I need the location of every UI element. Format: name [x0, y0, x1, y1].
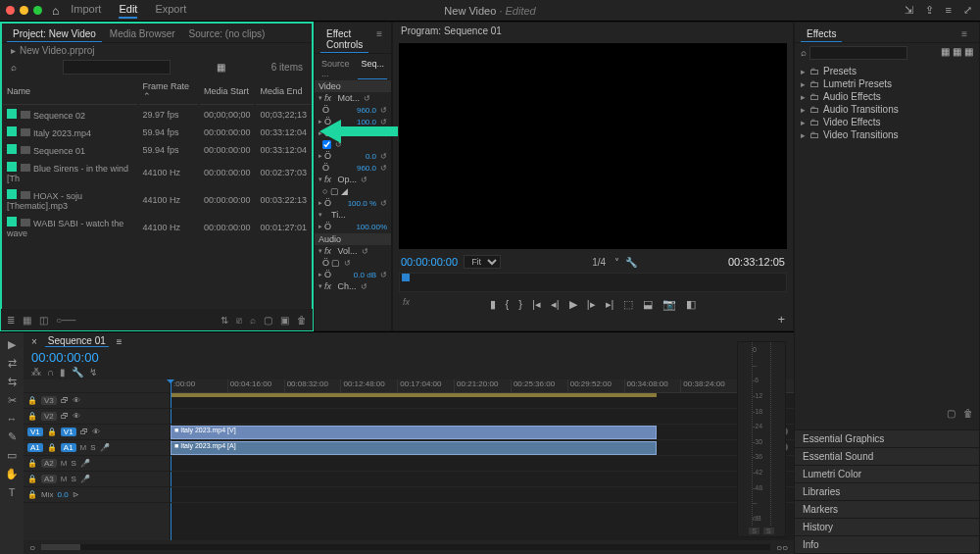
- track-a3[interactable]: A3: [41, 475, 57, 483]
- go-out-icon[interactable]: ▸|: [606, 298, 614, 311]
- icon-view-icon[interactable]: ▦: [23, 315, 31, 326]
- clip-video[interactable]: ■ Italy 2023.mp4 [V]: [171, 426, 657, 439]
- solo-l[interactable]: S: [749, 528, 760, 534]
- timeline-zoom-scroll[interactable]: [41, 544, 770, 550]
- snap-icon[interactable]: ⁂: [31, 367, 41, 378]
- ec-scale[interactable]: 100.0: [357, 129, 376, 138]
- timeline-ruler[interactable]: :00:0000:04:16:0000:08:32:0000:12:48:000…: [171, 379, 794, 393]
- new-bin-icon[interactable]: ▦: [217, 62, 225, 73]
- mark-out-icon[interactable]: }: [518, 298, 522, 311]
- minimize-icon[interactable]: [20, 6, 28, 15]
- sort-icon[interactable]: ⇅: [220, 315, 228, 326]
- new-bin-icon[interactable]: ▢: [947, 408, 956, 422]
- maximize-icon[interactable]: [33, 6, 42, 15]
- freeform-view-icon[interactable]: ◫: [39, 315, 48, 326]
- asset-row[interactable]: Blue Sirens - in the wind [Th44100 Hz00:…: [3, 160, 311, 185]
- nav-import[interactable]: Import: [71, 3, 101, 19]
- col-media-start[interactable]: Media Start: [200, 78, 255, 105]
- nav-edit[interactable]: Edit: [119, 3, 137, 19]
- track-v2[interactable]: V2: [41, 412, 57, 421]
- tab-effect-controls[interactable]: Effect Controls: [320, 26, 368, 53]
- col-framerate[interactable]: Frame Rate ⌃: [139, 78, 198, 105]
- collapsed-panel[interactable]: Libraries: [795, 482, 979, 500]
- collapsed-panel[interactable]: Markers: [795, 500, 979, 518]
- collapsed-panel[interactable]: Essential Graphics: [795, 429, 979, 447]
- step-fwd-icon[interactable]: |▸: [587, 298, 596, 311]
- extract-icon[interactable]: ⬓: [643, 298, 653, 311]
- nav-export[interactable]: Export: [155, 3, 186, 19]
- ec-anchor-x[interactable]: 960.0: [357, 164, 376, 173]
- ec-rot[interactable]: 0.0: [366, 152, 376, 161]
- lift-icon[interactable]: ⬚: [623, 298, 633, 311]
- track-a2[interactable]: A2: [41, 459, 57, 468]
- quick-export-icon[interactable]: ⇲: [905, 4, 913, 17]
- slip-tool-icon[interactable]: ↔: [7, 413, 18, 425]
- ec-seq-tab[interactable]: Seq...: [358, 58, 387, 79]
- tab-menu-icon[interactable]: ≡: [117, 336, 122, 347]
- find-icon[interactable]: ⌕: [250, 315, 256, 326]
- collapsed-panel[interactable]: Lumetri Color: [795, 465, 979, 482]
- collapsed-panel[interactable]: Info: [795, 535, 979, 553]
- button-editor-plus-icon[interactable]: +: [777, 312, 785, 327]
- track-a1[interactable]: A1: [61, 443, 76, 452]
- clip-audio[interactable]: ■ Italy 2023.mp4 [A]: [171, 441, 657, 455]
- share-icon[interactable]: ⇪: [925, 4, 934, 17]
- track-select-tool-icon[interactable]: ⇄: [8, 357, 17, 370]
- src-v1[interactable]: V1: [27, 428, 43, 436]
- hand-tool-icon[interactable]: ✋: [5, 468, 19, 480]
- mark-in-icon[interactable]: {: [506, 298, 510, 311]
- linked-sel-icon[interactable]: ∩: [47, 367, 54, 378]
- trash-icon[interactable]: 🗑: [963, 408, 973, 422]
- col-media-end[interactable]: Media End: [256, 78, 311, 105]
- project-search-input[interactable]: [63, 60, 171, 75]
- tab-source[interactable]: Source: (no clips): [183, 26, 271, 42]
- workspace-icon[interactable]: ≡: [946, 4, 952, 17]
- panel-menu-icon[interactable]: ≡: [370, 26, 388, 53]
- track-mix[interactable]: Mix: [41, 490, 53, 499]
- step-back-icon[interactable]: ◂|: [551, 298, 560, 311]
- go-in-icon[interactable]: |◂: [532, 298, 541, 311]
- razor-tool-icon[interactable]: ✂: [8, 394, 17, 407]
- asset-row[interactable]: WABI SABI - watch the wave44100 Hz00:00:…: [3, 215, 311, 240]
- new-item-icon[interactable]: ▣: [280, 315, 289, 326]
- home-icon[interactable]: ⌂: [52, 4, 59, 18]
- selection-tool-icon[interactable]: ▶: [8, 338, 16, 351]
- collapsed-panel[interactable]: History: [795, 518, 979, 535]
- search-icon[interactable]: ⌕: [11, 62, 17, 73]
- pen-tool-icon[interactable]: ✎: [8, 430, 17, 443]
- ec-time[interactable]: 100.00%: [356, 223, 387, 231]
- trash-icon[interactable]: 🗑: [297, 315, 307, 326]
- export-frame-icon[interactable]: 📷: [662, 298, 676, 311]
- timeline-timecode[interactable]: 00:00:00:00: [24, 350, 794, 365]
- type-tool-icon[interactable]: T: [9, 486, 16, 498]
- compare-icon[interactable]: ◧: [686, 298, 696, 311]
- program-scrubber[interactable]: [399, 273, 787, 292]
- fullscreen-icon[interactable]: ⤢: [963, 4, 972, 17]
- ripple-tool-icon[interactable]: ⇆: [8, 376, 17, 388]
- rect-tool-icon[interactable]: ▭: [7, 449, 17, 462]
- playhead-icon[interactable]: [402, 274, 410, 281]
- program-resolution[interactable]: 1/4: [592, 257, 606, 268]
- tab-effects[interactable]: Effects: [801, 26, 842, 42]
- timeline-close-icon[interactable]: ×: [31, 336, 37, 347]
- src-a1[interactable]: A1: [27, 443, 43, 452]
- timeline-track-area[interactable]: :00:0000:04:16:0000:08:32:0000:12:48:000…: [171, 379, 794, 540]
- effects-folder[interactable]: ▸🗀Video Effects: [801, 116, 973, 128]
- panel-menu-icon[interactable]: ≡: [956, 26, 973, 42]
- wrench-icon[interactable]: ↯: [89, 367, 97, 378]
- close-icon[interactable]: [6, 6, 15, 15]
- auto-icon[interactable]: ⎚: [236, 315, 242, 326]
- effects-folder[interactable]: ▸🗀Presets: [801, 65, 973, 77]
- effects-folder[interactable]: ▸🗀Audio Effects: [801, 90, 973, 103]
- tab-project[interactable]: Project: New Video: [7, 26, 102, 42]
- add-marker-icon[interactable]: ▮: [490, 298, 496, 311]
- accel-icon[interactable]: ▦ ▦ ▦: [941, 46, 973, 57]
- program-zoom-select[interactable]: Fit: [464, 255, 501, 269]
- ec-source-tab[interactable]: Source ...: [318, 58, 356, 79]
- new-bin-btn-icon[interactable]: ▢: [264, 315, 272, 326]
- zoom-slider[interactable]: ○──: [56, 315, 75, 326]
- asset-row[interactable]: Italy 2023.mp459.94 fps00:00:00:0000:33:…: [3, 125, 311, 140]
- ec-pos-y[interactable]: 100.0: [357, 118, 376, 126]
- track-v1[interactable]: V1: [61, 428, 76, 436]
- ec-pos-x[interactable]: 960.0: [357, 106, 376, 115]
